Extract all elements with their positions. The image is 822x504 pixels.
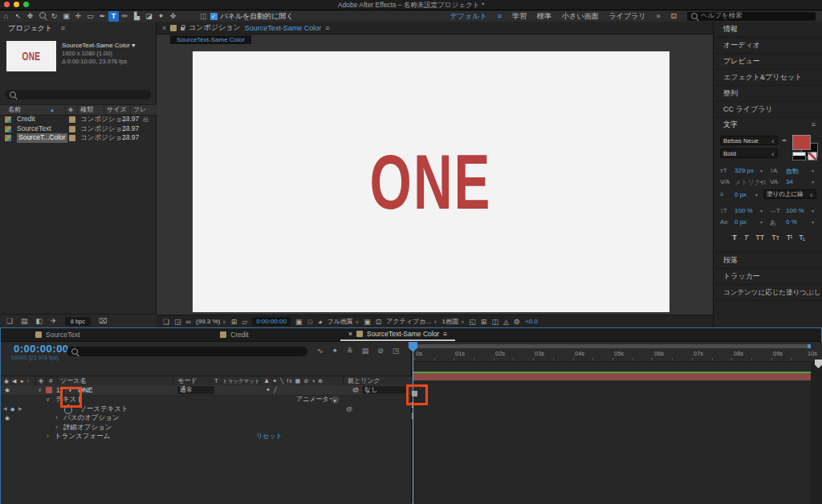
auto-open-checkbox[interactable]: ✓ <box>210 13 218 20</box>
tsume-value[interactable]: 0 % <box>786 218 797 226</box>
tab-label[interactable]: Credit <box>230 331 249 339</box>
project-row-credit[interactable]: Credit コンポジション 23.97 品 <box>0 115 157 124</box>
panel-preview[interactable]: プレビュー <box>714 54 822 70</box>
blend-mode-dropdown[interactable]: 通常 ∨ <box>177 386 214 394</box>
panel-menu-icon[interactable]: ≡ <box>61 24 65 32</box>
stroke-width-value[interactable]: 0 px <box>735 191 747 198</box>
view-layout-value[interactable]: 1画面 <box>442 317 458 326</box>
triangle-icon[interactable]: ▾ <box>760 168 763 173</box>
font-size-value[interactable]: 329 px <box>735 167 754 174</box>
frame-blending-icon[interactable]: ▤ <box>362 347 369 355</box>
faux-bold-button[interactable]: T <box>732 234 737 242</box>
layer-label-swatch[interactable] <box>46 387 52 393</box>
hand-tool-icon[interactable]: ✥ <box>24 11 36 22</box>
lock-icon[interactable] <box>181 27 185 30</box>
triangle-icon[interactable]: ▾ <box>812 208 814 213</box>
no-color-swatch[interactable] <box>808 152 817 161</box>
motion-blur-icon[interactable]: ⊘ <box>377 347 384 355</box>
trash-icon[interactable]: ⌧ <box>99 317 107 325</box>
tab-label[interactable]: SourceText-Same Color <box>367 330 439 338</box>
graph-editor-icon[interactable]: ◳ <box>393 347 400 355</box>
eye-icon[interactable]: ◉ <box>5 385 10 395</box>
view-layout-dropdown[interactable]: 1画面 ∨ <box>442 317 464 326</box>
project-row-sourcetext[interactable]: SourceText コンポジション 23.97 <box>0 124 157 134</box>
small-caps-button[interactable]: Tт <box>771 234 779 242</box>
panel-paragraph[interactable]: 段落 <box>714 253 822 269</box>
item-name[interactable]: Credit <box>17 115 35 124</box>
always-preview-icon[interactable]: ❏ <box>163 318 169 326</box>
label-color-swatch[interactable] <box>69 116 75 123</box>
twirl-closed-icon[interactable]: › <box>55 423 58 433</box>
item-name[interactable]: SourceText <box>17 124 51 134</box>
column-name[interactable]: 名前 <box>8 105 21 115</box>
workspace-menu-icon[interactable]: ≡ <box>498 12 502 20</box>
pickwhip-icon[interactable]: @ <box>352 385 359 395</box>
workspace-default[interactable]: デフォルト <box>450 11 487 22</box>
horizontal-scale-value[interactable]: 100 % <box>786 207 804 214</box>
new-folder-icon[interactable]: ▤ <box>21 317 28 325</box>
home-icon[interactable]: ⌂ <box>0 11 12 22</box>
magnification-value[interactable]: (99.3 %) <box>196 318 220 325</box>
snapshot-icon[interactable]: ▣ <box>295 318 303 326</box>
item-name-selected[interactable]: SourceT...Color <box>17 133 67 143</box>
more-options-label[interactable]: 詳細オプション <box>63 423 112 433</box>
stroke-style-dropdown[interactable]: 塗りの上に線 ∨ <box>763 189 816 199</box>
reset-button[interactable]: リセット <box>256 432 283 441</box>
render-queue-icon[interactable]: ✈ <box>51 317 57 325</box>
mini-flowchart-icon[interactable]: ∞ <box>186 318 191 326</box>
label-column-icon[interactable]: ◈ <box>68 105 73 115</box>
viewer-tab-comp-name[interactable]: SourceText-Same Color <box>245 24 322 32</box>
timeline-tab-sourcetext-same-color[interactable]: × SourceText-Same Color ≡ <box>340 328 455 341</box>
layer-switches[interactable]: ✦ ╱ <box>266 385 278 395</box>
previous-keyframe-icon[interactable]: ◀ <box>3 404 7 414</box>
expression-pickwhip-icon[interactable]: @ <box>346 404 352 414</box>
fill-over-stroke-icon[interactable] <box>792 152 806 161</box>
show-snapshot-icon[interactable]: ⊙ <box>307 318 313 326</box>
search-settings-icon[interactable]: ⊡ <box>670 12 677 20</box>
panel-menu-icon[interactable]: ≡ <box>443 330 447 338</box>
project-tab-label[interactable]: プロジェクト <box>8 24 52 32</box>
triangle-icon[interactable]: ▾ <box>812 219 814 225</box>
mini-flowchart-icon[interactable]: ∿ <box>317 347 324 355</box>
tab-label[interactable]: SourceText <box>46 331 80 339</box>
help-search-input[interactable]: ヘルプを検索 <box>687 12 816 21</box>
channels-icon[interactable]: ◕ <box>318 318 322 326</box>
roto-brush-tool-icon[interactable]: ✦ <box>155 11 167 22</box>
selection-tool-icon[interactable]: ↖ <box>12 11 24 22</box>
draft-3d-icon[interactable]: ✦ <box>332 347 339 355</box>
fast-previews-icon[interactable]: ⊞ <box>481 318 487 326</box>
vertical-scale-value[interactable]: 100 % <box>735 207 753 214</box>
comp-name-pill[interactable]: SourceText-Same Color <box>170 35 251 44</box>
column-type[interactable]: 種類 <box>80 105 93 115</box>
eraser-tool-icon[interactable]: ◪ <box>143 11 155 22</box>
work-area-bar[interactable] <box>414 344 811 348</box>
shape-tool-icon[interactable]: ▭ <box>84 11 96 22</box>
viewer-tab[interactable]: × コンポジション SourceText-Same Color ≡ <box>157 22 713 35</box>
project-row-sourcetext-same-color[interactable]: SourceT...Color コンポジション 23.97 <box>0 133 157 143</box>
tracking-value[interactable]: 34 <box>786 178 793 185</box>
animator-add-button[interactable]: ▸ <box>332 396 339 404</box>
font-style-dropdown[interactable]: Bold ∨ <box>720 148 778 158</box>
panel-cc-libraries[interactable]: CC ライブラリ <box>714 102 822 118</box>
transform-label[interactable]: トランスフォーム <box>55 432 110 441</box>
fill-color-swatch[interactable] <box>792 135 811 150</box>
panel-audio[interactable]: オーディオ <box>714 38 822 54</box>
close-icon[interactable]: × <box>348 330 352 338</box>
magnification-dropdown[interactable]: (99.3 %) ∨ <box>196 318 226 325</box>
triangle-icon[interactable]: ▾ <box>760 208 763 213</box>
more-options-row[interactable]: › 詳細オプション <box>1 423 412 433</box>
column-frame-rate[interactable]: フレ <box>133 105 146 115</box>
canvas-text[interactable]: ONE <box>370 144 492 221</box>
color-depth-button[interactable]: 8 bpc <box>65 317 91 326</box>
parent-dropdown[interactable]: なし ∨ <box>362 386 406 394</box>
current-time-indicator-line[interactable] <box>413 348 413 504</box>
composition-canvas[interactable]: ONE <box>193 51 669 312</box>
sort-ascending-icon[interactable]: ▲ <box>50 105 55 115</box>
faux-italic-button[interactable]: T <box>744 234 749 242</box>
composition-name[interactable]: SourceText-Same Color ▾ <box>62 42 135 50</box>
camera-dropdown[interactable]: アクティブカ... ∨ <box>386 317 437 326</box>
exposure-gear-icon[interactable]: ⚙ <box>514 318 520 326</box>
label-color-swatch[interactable] <box>69 126 75 132</box>
panel-tracker[interactable]: トラッカー <box>714 269 822 285</box>
panel-effects-presets[interactable]: エフェクト&プリセット <box>714 70 822 86</box>
